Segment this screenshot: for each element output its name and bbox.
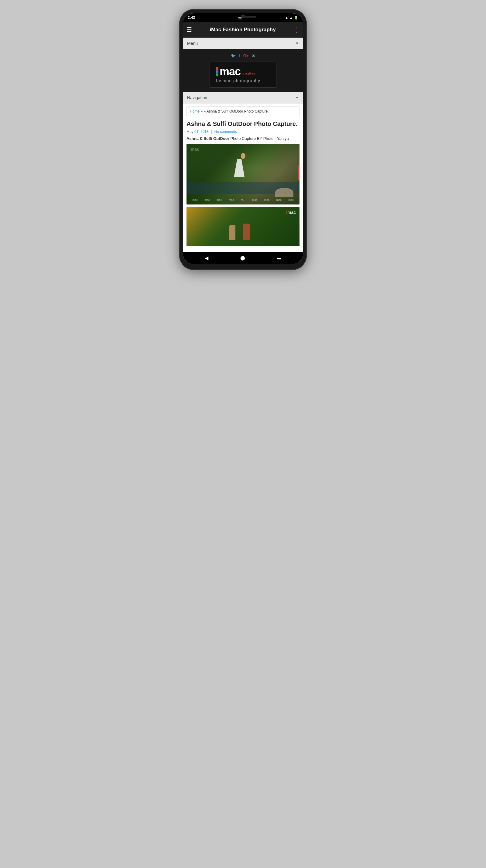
phone-frame: 2:43 📷 ▲ ▲ 🔋 ☰ iMac Fashion Photography … (179, 9, 307, 270)
post-meta-separator: | (211, 129, 212, 134)
nav-label: Navigation (187, 95, 207, 100)
photo-2-watermark: i mac (286, 210, 296, 215)
logo-fashion-text: fashion photography (216, 78, 260, 83)
google-plus-icon[interactable]: G+ (243, 53, 249, 58)
battery-icon: 🔋 (294, 16, 298, 20)
photo-2: i mac (187, 207, 299, 246)
home-button[interactable]: ⬤ (240, 255, 245, 260)
more-options-icon[interactable]: ⋮ (293, 26, 299, 33)
rocks-shape (275, 188, 293, 197)
logo-sq-blue (216, 70, 219, 73)
post-meta-separator2: | (239, 129, 240, 134)
nav-chevron-icon: ▼ (295, 96, 299, 100)
twitter-icon[interactable]: 🐦 (231, 53, 236, 58)
photo-1: i mac mac mac mac (187, 144, 299, 205)
wm-9: mac (288, 198, 293, 202)
scroll-indicator (298, 165, 299, 180)
logo-top-row: mac creation (216, 66, 255, 77)
photo-1-watermarks-bottom: mac mac mac mac m... mac mac mac mac (187, 198, 299, 202)
header-area: 🐦 f G+ ✉ mac creation fashion photograph… (183, 49, 303, 92)
breadcrumb-separator: » » (200, 109, 206, 114)
menu-label: Menu (187, 41, 198, 46)
wm-7: mac (264, 198, 269, 202)
menu-chevron-icon: ▼ (295, 41, 299, 45)
photo-1-container[interactable]: i mac mac mac mac (187, 144, 299, 205)
breadcrumb-home-link[interactable]: Home (190, 109, 200, 114)
navigation-dropdown-bar[interactable]: Navigation ▼ (183, 92, 303, 103)
status-right-icons: ▲ ▲ 🔋 (285, 16, 298, 20)
content-area: Home » » Ashna & Sulfi OutDoor Photo Cap… (183, 103, 303, 252)
photo-2-container[interactable]: i mac (187, 207, 299, 246)
post-by-text: BY Photo - Yahiya (256, 136, 289, 141)
hamburger-menu-icon[interactable]: ☰ (187, 26, 192, 33)
menu-dropdown-bar[interactable]: Menu ▼ (183, 38, 303, 49)
bottom-navigation: ◀ ⬤ ▬ (183, 252, 303, 264)
signal-icon: ▲ (289, 16, 293, 20)
facebook-icon[interactable]: f (239, 53, 240, 58)
app-bar-title: iMac Fashion Photography (192, 27, 293, 33)
social-icons-row: 🐦 f G+ ✉ (231, 53, 255, 58)
logo-creation-text: creation (242, 71, 255, 76)
logo-box: mac creation fashion photography (209, 62, 277, 88)
breadcrumb: Home » » Ashna & Sulfi OutDoor Photo Cap… (187, 106, 299, 116)
phone-screen: 2:43 📷 ▲ ▲ 🔋 ☰ iMac Fashion Photography … (183, 13, 303, 264)
post-meta: May 01, 2018 | No comments | (187, 129, 299, 134)
logo-i-squares (216, 67, 219, 76)
wm-4: mac (229, 198, 234, 202)
status-time: 2:43 (188, 16, 195, 20)
logo-sq-green (216, 73, 219, 76)
logo-sq-red (216, 67, 219, 70)
logo-mac-text: mac (220, 66, 240, 77)
photo-2-watermark-text: mac (287, 210, 296, 215)
post-subtitle: Ashna & Sulfi OutDoor Photo Capture BY P… (187, 136, 299, 141)
wm-6: mac (252, 198, 257, 202)
wifi-icon: ▲ (285, 16, 288, 20)
wm-5: m... (240, 198, 245, 202)
post-date: May 01, 2018 (187, 129, 209, 134)
wm-2: mac (204, 198, 209, 202)
app-bar: ☰ iMac Fashion Photography ⋮ (183, 22, 303, 38)
email-icon[interactable]: ✉ (252, 53, 255, 58)
wm-1: mac (192, 198, 197, 202)
wm-3: mac (217, 198, 222, 202)
post-subtitle-rest: Photo Capture (229, 136, 256, 141)
speaker (241, 16, 256, 18)
back-button[interactable]: ◀ (205, 255, 208, 261)
post-subtitle-bold: Ashna & Sulfi OutDoor (187, 136, 229, 141)
wm-8: mac (277, 198, 282, 202)
post-comments-link[interactable]: No comments (215, 129, 237, 134)
breadcrumb-current: Ashna & Sulfi OutDoor Photo Capture. (206, 109, 269, 114)
post-title: Ashna & Sulfi OutDoor Photo Capture. (187, 120, 299, 128)
recent-apps-button[interactable]: ▬ (277, 255, 281, 260)
